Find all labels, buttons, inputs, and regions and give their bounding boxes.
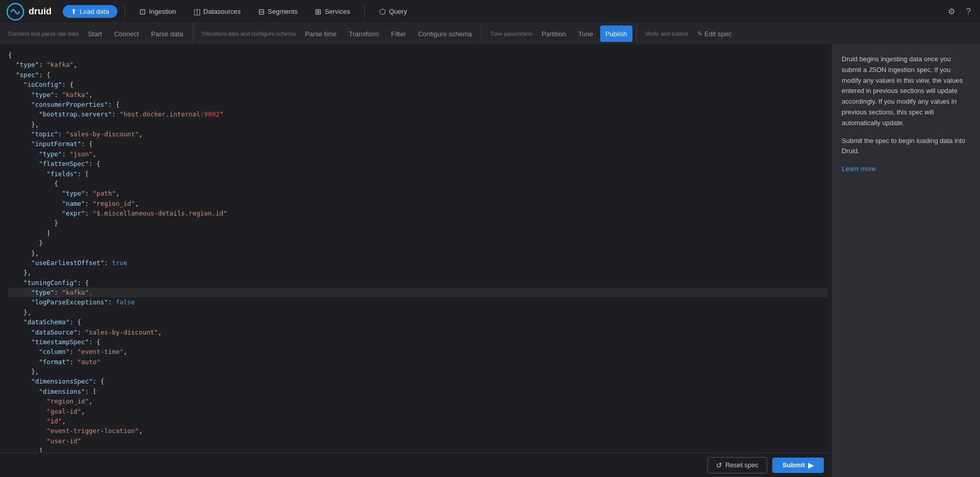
phase-connect-parse: Connect and parse raw data Start Connect… <box>0 23 193 44</box>
logo-text: druid <box>29 6 52 17</box>
nav-right-icons: ⚙ ? <box>945 5 974 18</box>
step-parse-time-button[interactable]: Parse time <box>300 26 341 42</box>
info-panel: Druid begins ingesting data once you sub… <box>832 44 980 477</box>
step-filter-button[interactable]: Filter <box>386 26 411 42</box>
ingestion-nav-button[interactable]: ⊡ Ingestion <box>132 5 183 19</box>
reset-label: Reset spec <box>725 461 758 469</box>
services-icon: ⊞ <box>315 7 322 16</box>
phase1-label: Connect and parse raw data <box>8 31 79 37</box>
submit-button[interactable]: Submit ▶ <box>772 458 824 473</box>
logo: druid <box>6 3 52 21</box>
phase3-label: Tune parameters <box>490 31 532 37</box>
phase-tune: Tune parameters Partition Tune Publish <box>482 23 637 44</box>
ingestion-icon: ⊡ <box>139 7 146 16</box>
bottom-action-bar: ↺ Reset spec Submit ▶ <box>0 452 832 477</box>
query-nav-button[interactable]: ⬡ Query <box>372 5 414 19</box>
step-tune-button[interactable]: Tune <box>573 26 598 42</box>
info-text-1: Druid begins ingesting data once you sub… <box>842 54 971 129</box>
load-data-button[interactable]: ⬆ Load data <box>63 5 117 18</box>
learn-more-link[interactable]: Learn more <box>842 165 875 173</box>
main-content: { "type": "kafka", "spec": { "ioConfig":… <box>0 44 980 477</box>
query-label: Query <box>389 8 407 15</box>
segments-nav-button[interactable]: ⊟ Segments <box>251 5 305 19</box>
submit-arrow-icon: ▶ <box>808 461 814 469</box>
step-publish-button[interactable]: Publish <box>600 26 632 42</box>
segments-icon: ⊟ <box>258 7 265 16</box>
step-connect-button[interactable]: Connect <box>109 26 144 42</box>
datasources-label: Datasources <box>204 8 241 15</box>
json-spec-editor[interactable]: { "type": "kafka", "spec": { "ioConfig":… <box>0 44 832 477</box>
services-nav-button[interactable]: ⊞ Services <box>308 5 357 19</box>
nav-separator-2 <box>364 6 365 18</box>
phase4-label: Verify and submit <box>645 31 688 37</box>
datasources-nav-button[interactable]: ◫ Datasources <box>186 5 248 19</box>
ingestion-label: Ingestion <box>149 8 176 15</box>
step-partition-button[interactable]: Partition <box>536 26 571 42</box>
segments-label: Segments <box>268 8 298 15</box>
reset-spec-button[interactable]: ↺ Reset spec <box>707 457 767 473</box>
settings-button[interactable]: ⚙ <box>945 5 958 18</box>
phase2-label: Transform data and configure schema <box>201 31 296 37</box>
step-start-button[interactable]: Start <box>83 26 107 42</box>
help-button[interactable]: ? <box>963 5 974 18</box>
top-navigation: druid ⬆ Load data ⊡ Ingestion ◫ Datasour… <box>0 0 980 23</box>
step-configure-schema-button[interactable]: Configure schema <box>413 26 477 42</box>
druid-logo-icon <box>6 3 24 21</box>
code-editor-panel: { "type": "kafka", "spec": { "ioConfig":… <box>0 44 832 477</box>
nav-separator-1 <box>125 6 125 18</box>
edit-spec-label: Edit spec <box>704 30 731 38</box>
load-data-label: Load data <box>80 8 109 15</box>
reset-icon: ↺ <box>716 461 722 469</box>
info-text-2: Submit the spec to begin loading data in… <box>842 136 971 157</box>
edit-spec-icon: ✎ <box>697 30 702 37</box>
step-parse-data-button[interactable]: Parse data <box>146 26 188 42</box>
submit-label: Submit <box>782 461 805 469</box>
phase-transform: Transform data and configure schema Pars… <box>193 23 482 44</box>
upload-icon: ⬆ <box>71 8 77 15</box>
workflow-header: Connect and parse raw data Start Connect… <box>0 23 980 44</box>
datasources-icon: ◫ <box>193 7 201 16</box>
phase-verify: Verify and submit ✎ Edit spec <box>637 23 741 44</box>
step-edit-spec-button[interactable]: ✎ Edit spec <box>692 26 737 42</box>
services-label: Services <box>325 8 350 15</box>
step-transform-button[interactable]: Transform <box>344 26 384 42</box>
query-icon: ⬡ <box>379 7 386 16</box>
